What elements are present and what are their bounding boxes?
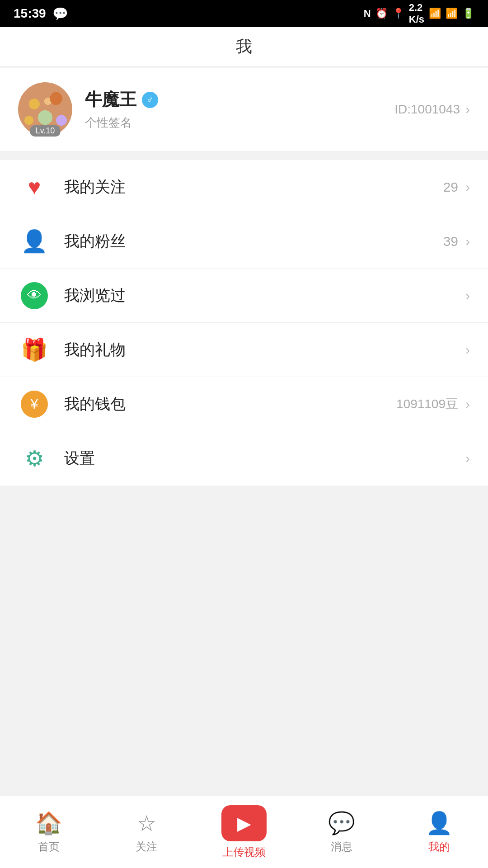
gift-chevron-icon: › bbox=[465, 342, 470, 358]
nav-home-label: 首页 bbox=[38, 840, 60, 854]
menu-item-follow[interactable]: ♥ 我的关注 29 › bbox=[0, 160, 488, 214]
wifi-icon: 📶 bbox=[429, 8, 441, 19]
menu-item-settings[interactable]: ⚙ 设置 › bbox=[0, 431, 488, 486]
browse-chevron-icon: › bbox=[465, 288, 470, 303]
status-left: 15:39 💬 bbox=[14, 6, 68, 21]
location-icon: 📍 bbox=[392, 8, 404, 19]
home-icon: 🏠 bbox=[35, 811, 62, 836]
profile-id-area[interactable]: ID:1001043 › bbox=[394, 102, 470, 117]
nav-follow-label: 关注 bbox=[136, 840, 157, 854]
menu-item-browse-left: 👁 我浏览过 bbox=[18, 279, 126, 312]
menu-item-settings-label: 设置 bbox=[64, 448, 95, 469]
nav-item-upload[interactable]: ▶ 上传视频 bbox=[195, 805, 293, 859]
heart-icon: ♥ bbox=[18, 171, 51, 203]
page-title: 我 bbox=[236, 36, 252, 58]
message-icon: 💬 bbox=[328, 811, 355, 836]
nav-item-home[interactable]: 🏠 首页 bbox=[0, 811, 98, 854]
menu-item-browse-label: 我浏览过 bbox=[64, 285, 126, 306]
wallet-chevron-icon: › bbox=[465, 396, 470, 412]
menu-item-wallet-label: 我的钱包 bbox=[64, 394, 126, 415]
alarm-icon: ⏰ bbox=[375, 8, 388, 19]
follow-count: 29 bbox=[443, 179, 458, 195]
menu-item-fans[interactable]: 👤 我的粉丝 39 › bbox=[0, 214, 488, 269]
eye-icon: 👁 bbox=[18, 279, 51, 312]
menu-item-gift[interactable]: 🎁 我的礼物 › bbox=[0, 323, 488, 377]
menu-item-wallet-right: 1091109豆 › bbox=[396, 396, 470, 413]
status-bar: 15:39 💬 N ⏰ 📍 2.2K/s 📶 📶 🔋 bbox=[0, 0, 488, 27]
speed-indicator: 2.2K/s bbox=[409, 2, 424, 25]
profile-name: 牛魔王 bbox=[85, 88, 136, 111]
profile-id: ID:1001043 bbox=[394, 102, 460, 117]
menu-item-follow-right: 29 › bbox=[443, 179, 470, 195]
menu-list: ♥ 我的关注 29 › 👤 我的粉丝 39 › 👁 我浏览过 bbox=[0, 160, 488, 486]
bottom-nav: 🏠 首页 ☆ 关注 ▶ 上传视频 💬 消息 👤 我的 bbox=[0, 796, 488, 868]
menu-item-fans-right: 39 › bbox=[443, 234, 470, 249]
upload-video-icon: ▶ bbox=[237, 813, 251, 834]
profile-chevron-icon: › bbox=[465, 102, 470, 117]
battery-icon: 🔋 bbox=[462, 8, 474, 19]
follow-star-icon: ☆ bbox=[137, 811, 156, 836]
status-right: N ⏰ 📍 2.2K/s 📶 📶 🔋 bbox=[364, 2, 474, 25]
menu-item-settings-right: › bbox=[465, 451, 470, 466]
gender-icon: ♂ bbox=[142, 92, 158, 108]
profile-name-row: 牛魔王 ♂ bbox=[85, 88, 158, 111]
fans-chevron-icon: › bbox=[465, 234, 470, 249]
menu-item-settings-left: ⚙ 设置 bbox=[18, 442, 95, 475]
menu-item-follow-left: ♥ 我的关注 bbox=[18, 171, 126, 203]
follow-chevron-icon: › bbox=[465, 179, 470, 195]
menu-item-wallet[interactable]: ¥ 我的钱包 1091109豆 › bbox=[0, 377, 488, 431]
nav-item-mine[interactable]: 👤 我的 bbox=[390, 811, 488, 854]
menu-item-follow-label: 我的关注 bbox=[64, 177, 126, 198]
signal-icon: 📶 bbox=[446, 8, 458, 19]
gift-icon: 🎁 bbox=[18, 334, 51, 366]
fans-count: 39 bbox=[443, 234, 458, 249]
person-icon: 👤 bbox=[18, 225, 51, 258]
menu-item-fans-label: 我的粉丝 bbox=[64, 231, 126, 252]
upload-button[interactable]: ▶ bbox=[221, 805, 267, 841]
wechat-icon: 💬 bbox=[52, 6, 68, 21]
profile-bio: 个性签名 bbox=[85, 115, 158, 131]
menu-item-fans-left: 👤 我的粉丝 bbox=[18, 225, 126, 258]
menu-item-wallet-left: ¥ 我的钱包 bbox=[18, 388, 126, 420]
menu-item-browse-right: › bbox=[465, 288, 470, 303]
profile-left: Lv.10 牛魔王 ♂ 个性签名 bbox=[18, 82, 158, 137]
nav-message-label: 消息 bbox=[331, 840, 352, 854]
status-time: 15:39 bbox=[14, 6, 46, 21]
menu-item-gift-right: › bbox=[465, 342, 470, 358]
nav-upload-label: 上传视频 bbox=[222, 845, 266, 859]
nav-item-message[interactable]: 💬 消息 bbox=[293, 811, 390, 854]
menu-item-gift-label: 我的礼物 bbox=[64, 340, 126, 360]
settings-chevron-icon: › bbox=[465, 451, 470, 466]
nav-mine-label: 我的 bbox=[428, 840, 450, 854]
nav-item-follow[interactable]: ☆ 关注 bbox=[98, 811, 195, 854]
menu-item-browse[interactable]: 👁 我浏览过 › bbox=[0, 269, 488, 323]
mine-icon: 👤 bbox=[426, 811, 453, 836]
page-header: 我 bbox=[0, 27, 488, 67]
wallet-icon: ¥ bbox=[18, 388, 51, 420]
profile-info: 牛魔王 ♂ 个性签名 bbox=[85, 88, 158, 131]
avatar-wrapper: Lv.10 bbox=[18, 82, 72, 137]
menu-item-gift-left: 🎁 我的礼物 bbox=[18, 334, 126, 366]
nfc-icon: N bbox=[364, 8, 371, 19]
settings-icon: ⚙ bbox=[18, 442, 51, 475]
level-badge: Lv.10 bbox=[30, 125, 61, 137]
profile-section[interactable]: Lv.10 牛魔王 ♂ 个性签名 ID:1001043 › bbox=[0, 68, 488, 151]
wallet-value: 1091109豆 bbox=[396, 396, 458, 413]
